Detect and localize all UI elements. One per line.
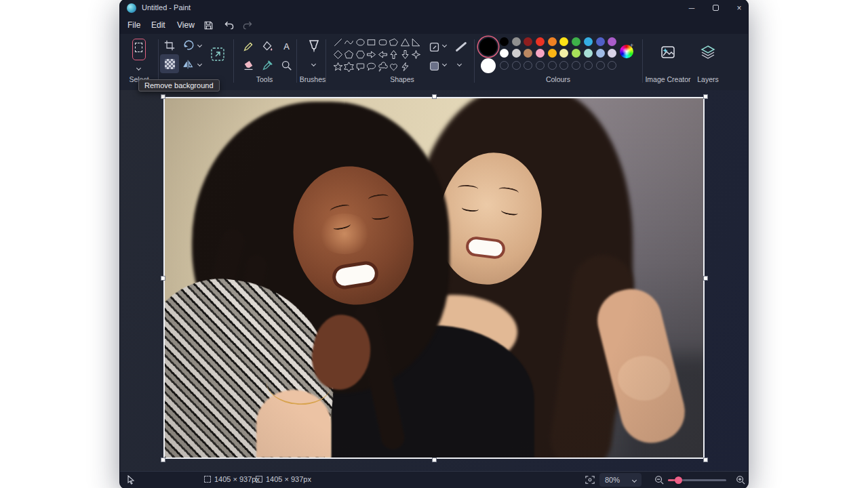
layers-icon[interactable] bbox=[699, 43, 717, 61]
chevron-down-icon[interactable] bbox=[442, 62, 447, 66]
canvas-workspace[interactable] bbox=[120, 90, 748, 471]
shape-pentagon-icon[interactable] bbox=[344, 48, 355, 60]
palette-swatch[interactable] bbox=[596, 49, 605, 58]
chevron-down-icon[interactable] bbox=[197, 62, 202, 66]
shape-diamond-icon[interactable] bbox=[332, 48, 344, 60]
shape-five-point-star-icon[interactable] bbox=[332, 60, 344, 73]
magnifier-tool-icon[interactable] bbox=[279, 58, 294, 73]
chevron-down-icon[interactable] bbox=[197, 43, 202, 47]
palette-swatch[interactable] bbox=[572, 37, 580, 46]
pencil-tool-icon[interactable] bbox=[241, 39, 256, 54]
close-button[interactable]: × bbox=[728, 0, 748, 16]
shape-outline-icon[interactable] bbox=[427, 39, 441, 54]
fill-tool-icon[interactable] bbox=[260, 39, 275, 54]
selection-handle[interactable] bbox=[161, 94, 165, 99]
palette-empty-slot[interactable] bbox=[548, 61, 557, 70]
line-size-icon[interactable] bbox=[454, 39, 469, 54]
shape-cloud-callout-icon[interactable] bbox=[377, 60, 389, 73]
title-bar[interactable]: Untitled - Paint ─ × bbox=[120, 0, 748, 16]
palette-swatch[interactable] bbox=[559, 37, 568, 46]
palette-swatch[interactable] bbox=[536, 49, 545, 58]
zoom-level-dropdown[interactable]: 80% bbox=[599, 473, 642, 487]
select-tool-button[interactable] bbox=[125, 37, 153, 72]
resize-icon[interactable] bbox=[210, 47, 225, 62]
selection-handle[interactable] bbox=[703, 276, 708, 281]
chevron-down-icon[interactable] bbox=[457, 62, 462, 66]
eraser-tool-icon[interactable] bbox=[241, 58, 256, 73]
shape-arrow-down-icon[interactable] bbox=[399, 48, 411, 60]
palette-swatch[interactable] bbox=[584, 37, 593, 46]
shape-rectangle-icon[interactable] bbox=[366, 36, 378, 48]
redo-icon[interactable] bbox=[241, 18, 254, 32]
selection-handle[interactable] bbox=[161, 276, 165, 281]
zoom-slider-handle[interactable] bbox=[675, 476, 682, 484]
menu-file[interactable]: File bbox=[125, 19, 143, 31]
shape-heart-icon[interactable] bbox=[389, 60, 400, 73]
palette-swatch[interactable] bbox=[584, 49, 593, 58]
chevron-down-icon[interactable] bbox=[311, 62, 316, 66]
palette-swatch[interactable] bbox=[536, 37, 545, 46]
shape-line-icon[interactable] bbox=[332, 36, 344, 48]
crop-icon[interactable] bbox=[162, 38, 177, 53]
flip-icon[interactable] bbox=[181, 57, 196, 72]
color-picker-tool-icon[interactable] bbox=[260, 58, 275, 73]
fit-to-screen-icon[interactable] bbox=[585, 475, 595, 485]
shape-rounded-rectangle-icon[interactable] bbox=[377, 36, 389, 48]
chevron-down-icon[interactable] bbox=[442, 43, 447, 47]
palette-swatch[interactable] bbox=[524, 49, 532, 58]
undo-icon[interactable] bbox=[222, 18, 236, 32]
selection-handle[interactable] bbox=[703, 458, 708, 462]
palette-swatch[interactable] bbox=[548, 49, 557, 58]
menu-view[interactable]: View bbox=[174, 19, 197, 31]
shape-triangle-icon[interactable] bbox=[399, 36, 411, 48]
zoom-in-button[interactable] bbox=[736, 475, 745, 485]
remove-background-button[interactable] bbox=[160, 54, 179, 73]
palette-empty-slot[interactable] bbox=[584, 61, 593, 70]
shape-arrow-left-icon[interactable] bbox=[377, 48, 389, 60]
palette-swatch[interactable] bbox=[608, 49, 616, 58]
text-tool-icon[interactable]: A bbox=[279, 39, 294, 54]
canvas-photo[interactable] bbox=[165, 98, 703, 458]
palette-empty-slot[interactable] bbox=[608, 61, 616, 70]
palette-empty-slot[interactable] bbox=[512, 61, 521, 70]
shape-curve-icon[interactable] bbox=[344, 36, 355, 48]
minimize-button[interactable]: ─ bbox=[680, 0, 703, 16]
palette-empty-slot[interactable] bbox=[524, 61, 532, 70]
shape-oval-icon[interactable] bbox=[355, 36, 366, 48]
rotate-icon[interactable] bbox=[181, 38, 196, 53]
color1-swatch[interactable] bbox=[479, 38, 497, 56]
palette-swatch[interactable] bbox=[524, 37, 532, 46]
selection-handle[interactable] bbox=[432, 458, 437, 462]
palette-swatch[interactable] bbox=[512, 37, 521, 46]
palette-empty-slot[interactable] bbox=[572, 61, 580, 70]
palette-empty-slot[interactable] bbox=[536, 61, 545, 70]
palette-swatch[interactable] bbox=[500, 37, 509, 46]
selection-handle[interactable] bbox=[161, 458, 165, 462]
zoom-slider[interactable] bbox=[668, 479, 726, 481]
shape-arrow-right-icon[interactable] bbox=[366, 48, 378, 60]
menu-edit[interactable]: Edit bbox=[149, 19, 168, 31]
palette-swatch[interactable] bbox=[548, 37, 557, 46]
palette-swatch[interactable] bbox=[500, 49, 509, 58]
shape-right-triangle-icon[interactable] bbox=[411, 36, 422, 48]
shape-four-point-star-icon[interactable] bbox=[411, 48, 422, 60]
shape-polygon-icon[interactable] bbox=[389, 36, 400, 48]
maximize-button[interactable] bbox=[704, 0, 727, 16]
brush-icon[interactable] bbox=[307, 39, 321, 54]
palette-swatch[interactable] bbox=[512, 49, 521, 58]
palette-swatch[interactable] bbox=[559, 49, 568, 58]
palette-swatch[interactable] bbox=[596, 37, 605, 46]
save-icon[interactable] bbox=[201, 18, 215, 32]
palette-swatch[interactable] bbox=[608, 37, 616, 46]
palette-empty-slot[interactable] bbox=[559, 61, 568, 70]
shape-lightning-icon[interactable] bbox=[399, 60, 411, 73]
canvas-selection[interactable] bbox=[163, 96, 705, 460]
shape-oval-callout-icon[interactable] bbox=[366, 60, 378, 73]
palette-empty-slot[interactable] bbox=[596, 61, 605, 70]
selection-handle[interactable] bbox=[432, 94, 437, 99]
shape-arrow-up-icon[interactable] bbox=[389, 48, 400, 60]
image-creator-icon[interactable] bbox=[659, 43, 677, 61]
color2-swatch[interactable] bbox=[481, 58, 496, 73]
palette-empty-slot[interactable] bbox=[500, 61, 509, 70]
shape-hexagon-icon[interactable] bbox=[355, 48, 366, 60]
